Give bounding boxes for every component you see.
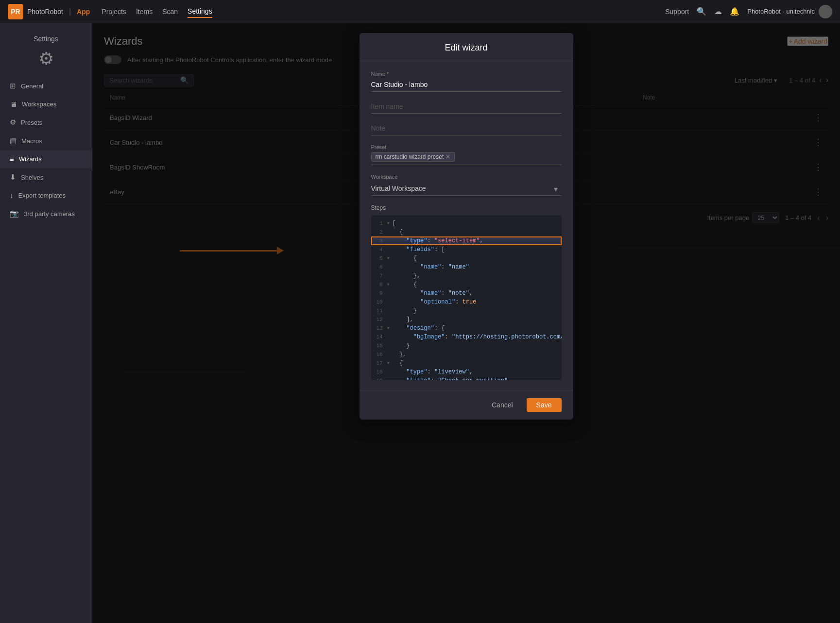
sidebar-item-shelves[interactable]: ⬇ Shelves [0,168,92,186]
support-link[interactable]: Support [665,6,689,17]
sidebar-item-presets[interactable]: ⚙ Presets [0,113,92,132]
sidebar-item-workspaces[interactable]: 🖥 Workspaces [0,95,92,113]
line-number: 17 [371,359,387,368]
modal-body: Name * Preset rm carstu [360,61,573,390]
line-content: "type": "select-item", [393,236,483,245]
presets-icon: ⚙ [10,118,16,127]
macros-icon: ▤ [10,136,17,145]
code-line: 4 "fields": [ [371,245,562,254]
line-content: }, [393,350,407,359]
line-content: "name": "name" [393,263,469,271]
code-line: 12 ], [371,315,562,324]
code-line: 14 "bgImage": "https://hosting.photorobo… [371,333,562,341]
code-line: 9 "name": "note", [371,289,562,298]
note-input[interactable] [371,122,562,135]
gear-icon: ⚙ [38,49,54,68]
sidebar-item-label: Workspaces [22,101,56,108]
item-name-input[interactable] [371,101,562,114]
collapse-icon[interactable]: ▾ [387,219,393,228]
bell-icon[interactable]: 🔔 [730,7,739,16]
nav-scan[interactable]: Scan [162,6,178,17]
preset-tag: rm carstudio wizard preset ✕ [371,152,455,162]
item-name-field [371,101,562,114]
collapse-icon[interactable]: ▾ [387,254,393,263]
logo-separator: | [69,7,71,16]
line-content: "title": "Check car position", [393,376,512,380]
preset-tag-text: rm carstudio wizard preset [376,153,444,160]
sidebar-item-macros[interactable]: ▤ Macros [0,132,92,150]
preset-field: Preset rm carstudio wizard preset ✕ [371,144,562,165]
workspace-label: Workspace [371,174,562,180]
name-input[interactable] [371,79,562,92]
code-editor[interactable]: 1 ▾ [ 2 { 3 [371,215,562,380]
line-content: }, [393,271,421,280]
line-number: 5 [371,254,387,263]
user-avatar [819,5,832,18]
brand-name: PhotoRobot [27,8,63,16]
line-number: 9 [371,289,387,298]
name-field: Name * [371,71,562,92]
preset-tag-area: rm carstudio wizard preset ✕ [371,152,562,165]
line-content: ], [393,315,413,324]
code-line: 1 ▾ [ [371,219,562,228]
collapse-icon[interactable]: ▾ [387,324,393,333]
line-number: 4 [371,245,387,254]
cancel-button[interactable]: Cancel [486,398,519,412]
line-number: 7 [371,271,387,280]
line-number: 6 [371,263,387,271]
save-button[interactable]: Save [527,398,562,412]
sidebar-item-label: Wizards [19,155,42,163]
workspace-select[interactable]: Virtual Workspace [371,182,562,196]
line-number: 3 [371,236,387,245]
app-label: App [77,8,90,16]
code-line: 2 { [371,228,562,236]
sidebar-item-3rdparty[interactable]: 📷 3rd party cameras [0,204,92,223]
top-nav: PR PhotoRobot | App Projects Items Scan … [0,0,840,23]
nav-projects[interactable]: Projects [102,6,126,17]
code-line: 7 }, [371,271,562,280]
nav-settings[interactable]: Settings [188,5,212,18]
collapse-icon[interactable]: ▾ [387,359,393,368]
name-label: Name * [371,71,562,77]
sidebar-item-wizards[interactable]: ≡ Wizards [0,150,92,168]
line-number: 2 [371,228,387,236]
code-line: 15 } [371,341,562,350]
sidebar-item-general[interactable]: ⊞ General [0,77,92,95]
sidebar-item-export[interactable]: ↓ Export templates [0,186,92,204]
line-content: "name": "note", [393,289,473,298]
user-area[interactable]: PhotoRobot - unitechnic [747,5,832,18]
cloud-icon[interactable]: ☁ [714,7,722,16]
line-content: } [393,306,417,315]
line-number: 1 [371,219,387,228]
nav-items[interactable]: Items [136,6,153,17]
code-line: 11 } [371,306,562,315]
shelves-icon: ⬇ [10,173,16,182]
line-number: 14 [371,333,387,341]
line-content: "bgImage": "https://hosting.photorobot.c… [393,333,562,341]
sidebar-item-label: Presets [21,119,42,126]
logo-icon: PR [8,4,23,19]
camera-icon: 📷 [10,209,19,218]
general-icon: ⊞ [10,82,16,90]
line-content: "optional": true [393,298,477,306]
line-number: 18 [371,368,387,376]
sidebar-item-label: Shelves [21,174,43,181]
preset-label: Preset [371,144,562,150]
code-line: 6 "name": "name" [371,263,562,271]
search-icon[interactable]: 🔍 [697,7,706,16]
code-line: 8 ▾ { [371,280,562,289]
code-line: 5 ▾ { [371,254,562,263]
preset-tag-close-button[interactable]: ✕ [446,153,450,160]
line-number: 16 [371,350,387,359]
line-content: "type": "liveview", [393,368,473,376]
line-number: 19 [371,376,387,380]
code-line: 17 ▾ { [371,359,562,368]
sidebar-item-label: Export templates [18,192,66,199]
collapse-icon[interactable]: ▾ [387,280,393,289]
sidebar: Settings ⚙ ⊞ General 🖥 Workspaces ⚙ Pres… [0,23,92,623]
wizards-icon: ≡ [10,155,14,163]
line-number: 11 [371,306,387,315]
sidebar-item-label: General [21,83,43,90]
line-number: 13 [371,324,387,333]
sidebar-title: Settings [0,31,92,45]
